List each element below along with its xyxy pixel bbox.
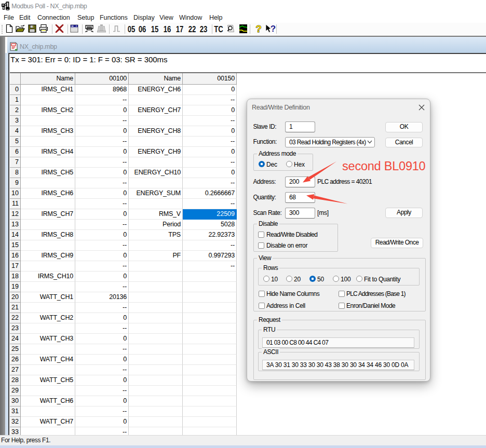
svg-text:?: ? — [255, 23, 262, 34]
